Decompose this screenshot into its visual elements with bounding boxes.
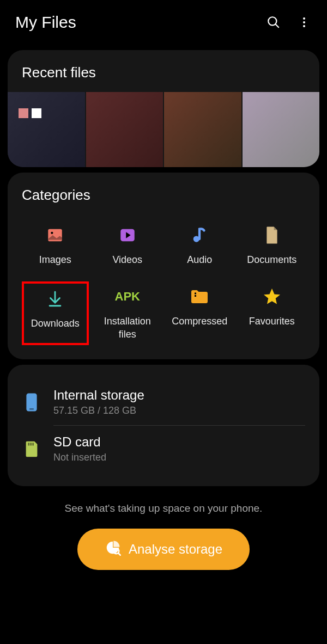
- category-documents[interactable]: Documents: [239, 220, 306, 271]
- svg-rect-11: [195, 293, 196, 295]
- recent-thumb[interactable]: [243, 92, 320, 167]
- svg-line-1: [275, 24, 279, 28]
- category-favourites[interactable]: Favourites: [239, 281, 306, 345]
- more-icon[interactable]: [296, 15, 312, 30]
- phone-icon: [22, 392, 41, 412]
- category-images[interactable]: Images: [22, 220, 89, 271]
- search-icon[interactable]: [266, 15, 281, 30]
- storage-name: SD card: [53, 434, 305, 450]
- compressed-icon: [189, 286, 210, 308]
- category-label: Compressed: [172, 315, 227, 328]
- download-icon: [44, 288, 66, 310]
- footer-text: See what's taking up space on your phone…: [0, 502, 327, 514]
- svg-point-6: [51, 232, 53, 234]
- svg-rect-16: [30, 443, 32, 445]
- storage-sub: 57.15 GB / 128 GB: [53, 405, 305, 416]
- recent-thumb[interactable]: [86, 92, 164, 167]
- categories-card: Categories Images Videos Audio Documents: [8, 173, 319, 359]
- storage-sdcard[interactable]: SD card Not inserted: [22, 426, 305, 472]
- category-downloads[interactable]: Downloads: [22, 281, 89, 345]
- svg-rect-14: [29, 408, 34, 410]
- category-label: Documents: [247, 254, 296, 266]
- svg-rect-15: [28, 443, 30, 445]
- category-audio[interactable]: Audio: [166, 220, 233, 271]
- category-label: Videos: [112, 254, 142, 266]
- recent-thumb[interactable]: [164, 92, 241, 167]
- svg-line-19: [118, 553, 120, 555]
- categories-title: Categories: [22, 187, 305, 204]
- svg-point-4: [303, 25, 305, 27]
- storage-card: Internal storage 57.15 GB / 128 GB SD ca…: [8, 365, 319, 486]
- category-label: Images: [39, 254, 71, 266]
- analyse-label: Analyse storage: [129, 542, 222, 557]
- document-icon: [261, 224, 283, 246]
- svg-point-3: [303, 21, 305, 23]
- sdcard-icon: [22, 439, 41, 459]
- svg-rect-12: [195, 295, 196, 297]
- category-label: Favourites: [249, 315, 295, 328]
- svg-point-0: [268, 17, 276, 25]
- video-icon: [117, 224, 138, 246]
- svg-rect-17: [32, 443, 34, 445]
- category-label: Downloads: [31, 317, 80, 330]
- category-compressed[interactable]: Compressed: [166, 281, 233, 345]
- svg-point-2: [303, 17, 305, 20]
- audio-icon: [189, 224, 210, 246]
- category-label: Audio: [187, 254, 212, 266]
- analyse-button[interactable]: Analyse storage: [77, 529, 250, 570]
- recent-files-card: Recent files: [8, 50, 319, 167]
- page-title: My Files: [15, 13, 266, 32]
- recent-title: Recent files: [22, 64, 305, 81]
- apk-icon: APK: [117, 286, 138, 308]
- star-icon: [261, 286, 283, 308]
- image-icon: [44, 224, 66, 246]
- pie-icon: [105, 539, 121, 559]
- storage-internal[interactable]: Internal storage 57.15 GB / 128 GB: [22, 379, 305, 425]
- category-installation[interactable]: APK Installation files: [94, 281, 161, 345]
- category-label: Installation files: [94, 315, 161, 341]
- category-videos[interactable]: Videos: [94, 220, 161, 271]
- recent-thumb[interactable]: [8, 92, 85, 167]
- storage-sub: Not inserted: [53, 452, 305, 463]
- storage-name: Internal storage: [53, 388, 305, 403]
